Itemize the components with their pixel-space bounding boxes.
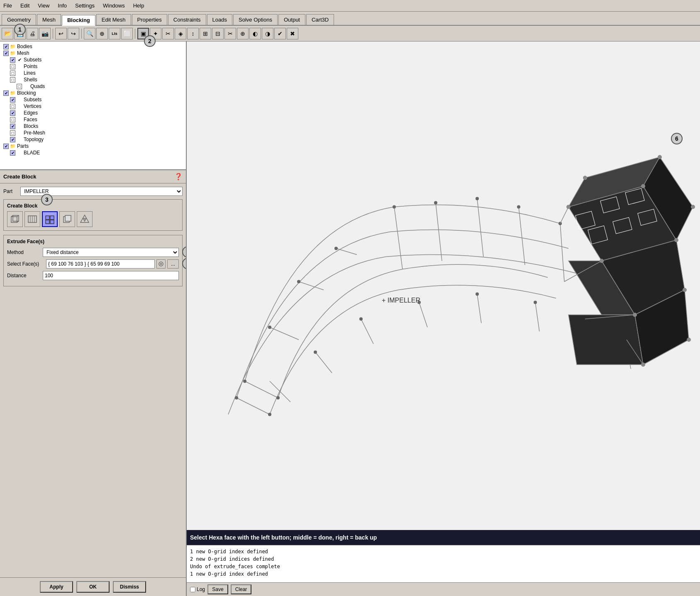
menu-edit[interactable]: Edit <box>19 2 31 10</box>
tree-blocking-blocks[interactable]: ✔ Blocks <box>2 123 184 129</box>
tree-mesh-quads-check[interactable]: □ <box>17 84 22 89</box>
menu-windows[interactable]: Windows <box>101 2 127 10</box>
menu-help[interactable]: Help <box>132 2 146 10</box>
distance-input[interactable] <box>43 271 179 280</box>
toolbar-fit[interactable]: ⬜ <box>121 28 133 39</box>
ok-button[interactable]: OK <box>76 581 110 593</box>
tree-blocking-blocks-check[interactable]: ✔ <box>10 124 15 129</box>
tree-blocking-check[interactable]: ✔ <box>3 90 9 96</box>
help-icon[interactable]: ❓ <box>174 173 183 181</box>
toolbar-check[interactable]: ✔ <box>274 28 286 39</box>
toolbar-associate[interactable]: ◐ <box>249 28 261 39</box>
toolbar-save[interactable]: 💾 <box>14 28 26 39</box>
tab-output[interactable]: Output <box>278 14 305 25</box>
tree-blocking-faces[interactable]: □ Faces <box>2 116 184 123</box>
tab-constraints[interactable]: Constraints <box>168 14 206 25</box>
tree-blocking-faces-check[interactable]: □ <box>10 117 15 122</box>
block-type-3d[interactable] <box>7 211 23 227</box>
tree-blocking-vertices[interactable]: □ Vertices <box>2 103 184 110</box>
part-select[interactable]: IMPELLER <box>20 187 183 196</box>
tab-mesh[interactable]: Mesh <box>37 14 61 25</box>
svg-point-76 <box>658 155 662 159</box>
toolbar-block-select[interactable]: ▣ <box>137 28 149 39</box>
tree-parts[interactable]: ✔ 📁 Parts <box>2 143 184 149</box>
svg-rect-9 <box>46 216 49 220</box>
tree-mesh-lines[interactable]: □ Lines <box>2 70 184 76</box>
face-pick-btn[interactable] <box>156 259 166 269</box>
menu-settings[interactable]: Settings <box>73 2 96 10</box>
tree-scroll[interactable]: ✔ 📁 Bodies ✔ 📁 Mesh ✔ ✔ Subsets <box>2 43 184 168</box>
tree-bodies[interactable]: ✔ 📁 Bodies <box>2 43 184 50</box>
tree-mesh-shells-check[interactable]: □ <box>10 77 15 83</box>
toolbar-face-select[interactable]: ◈ <box>175 28 186 39</box>
tree-mesh-quads[interactable]: □ Quads <box>2 83 184 90</box>
tree-blocking-vertices-check[interactable]: □ <box>10 104 15 109</box>
toolbar-redo[interactable]: ↪ <box>68 28 79 39</box>
toolbar-vertex[interactable]: ✦ <box>150 28 161 39</box>
method-select[interactable]: Fixed distance Normal distance Along edg… <box>43 248 179 257</box>
distance-label: Distance <box>7 273 40 278</box>
menu-file[interactable]: File <box>2 2 14 10</box>
toolbar-merge[interactable]: ⊕ <box>237 28 249 39</box>
toolbar-split[interactable]: ✂ <box>224 28 236 39</box>
block-type-2d[interactable] <box>24 211 40 227</box>
tree-blade-check[interactable]: ✔ <box>10 150 15 156</box>
tree-blade[interactable]: ✔ BLADE <box>2 149 184 156</box>
tree-mesh[interactable]: ✔ 📁 Mesh <box>2 50 184 56</box>
tree-mesh-lines-check[interactable]: □ <box>10 71 15 76</box>
block-type-ogrid[interactable] <box>59 211 75 227</box>
block-type-convert[interactable] <box>77 211 93 227</box>
toolbar-open[interactable]: 📂 <box>2 28 13 39</box>
tab-loads[interactable]: Loads <box>207 14 232 25</box>
tree-blocking-topology-check[interactable]: ✔ <box>10 137 15 142</box>
toolbar-sep2 <box>81 29 82 39</box>
dismiss-button[interactable]: Dismiss <box>113 581 146 593</box>
toolbar-zoom-all[interactable]: 🔍 <box>84 28 95 39</box>
tab-geometry[interactable]: Geometry <box>2 14 36 25</box>
tree-blocking-edges-check[interactable]: ✔ <box>10 110 15 116</box>
save-log-button[interactable]: Save <box>207 584 228 594</box>
toolbar-move[interactable]: ↕ <box>187 28 199 39</box>
face-dots-btn[interactable]: ... <box>167 259 179 269</box>
tree-blocking-blocks-label: Blocks <box>24 123 38 129</box>
tree-blocking-edges[interactable]: ✔ Edges <box>2 110 184 116</box>
tree-bodies-check[interactable]: ✔ <box>3 44 9 49</box>
toolbar-mirror[interactable]: ⊟ <box>212 28 224 39</box>
tree-mesh-subsets-check[interactable]: ✔ <box>10 57 15 63</box>
tree-blocking-topology[interactable]: ✔ Topology <box>2 136 184 143</box>
tab-properties[interactable]: Properties <box>132 14 167 25</box>
tree-blocking-premesh-check[interactable]: □ <box>10 130 15 136</box>
toolbar-zoom-select[interactable]: ⊕ <box>96 28 108 39</box>
toolbar-undo[interactable]: ↩ <box>55 28 67 39</box>
tree-mesh-points[interactable]: □ Points <box>2 63 184 70</box>
toolbar-delete[interactable]: ✖ <box>287 28 298 39</box>
tree-view: ✔ 📁 Bodies ✔ 📁 Mesh ✔ ✔ Subsets <box>0 42 186 170</box>
menu-view[interactable]: View <box>36 2 51 10</box>
tree-mesh-points-check[interactable]: □ <box>10 64 15 69</box>
tab-solve-options[interactable]: Solve Options <box>233 14 278 25</box>
toolbar-screenshot[interactable]: 📷 <box>39 28 51 39</box>
tab-edit-mesh[interactable]: Edit Mesh <box>96 14 131 25</box>
toolbar-copy[interactable]: ⊞ <box>200 28 211 39</box>
tree-blocking[interactable]: ✔ 📁 Blocking <box>2 90 184 96</box>
clear-log-button[interactable]: Clear <box>231 584 251 594</box>
tree-parts-check[interactable]: ✔ <box>3 144 9 149</box>
toolbar-zoom-text[interactable]: Lts <box>109 28 120 39</box>
tab-cart3d[interactable]: Cart3D <box>306 14 334 25</box>
toolbar-edge-split[interactable]: ✂ <box>162 28 174 39</box>
toolbar-project[interactable]: ◑ <box>262 28 273 39</box>
log-checkbox[interactable] <box>190 587 195 592</box>
toolbar-print[interactable]: 🖨 <box>27 28 38 39</box>
tab-blocking[interactable]: Blocking <box>62 15 95 26</box>
tree-blocking-premesh[interactable]: □ Pre-Mesh <box>2 129 184 136</box>
faces-input[interactable] <box>46 259 155 269</box>
tree-blocking-subsets[interactable]: ✔ Subsets <box>2 96 184 103</box>
tree-mesh-subsets[interactable]: ✔ ✔ Subsets <box>2 56 184 63</box>
apply-button[interactable]: Apply <box>40 581 73 593</box>
tree-blocking-subsets-check[interactable]: ✔ <box>10 97 15 103</box>
tree-mesh-check[interactable]: ✔ <box>3 51 9 56</box>
viewport[interactable]: 6 + IMPELLER <box>187 42 700 530</box>
menu-info[interactable]: Info <box>56 2 68 10</box>
block-type-selected[interactable] <box>42 211 58 227</box>
tree-mesh-shells[interactable]: □ Shells <box>2 76 184 83</box>
